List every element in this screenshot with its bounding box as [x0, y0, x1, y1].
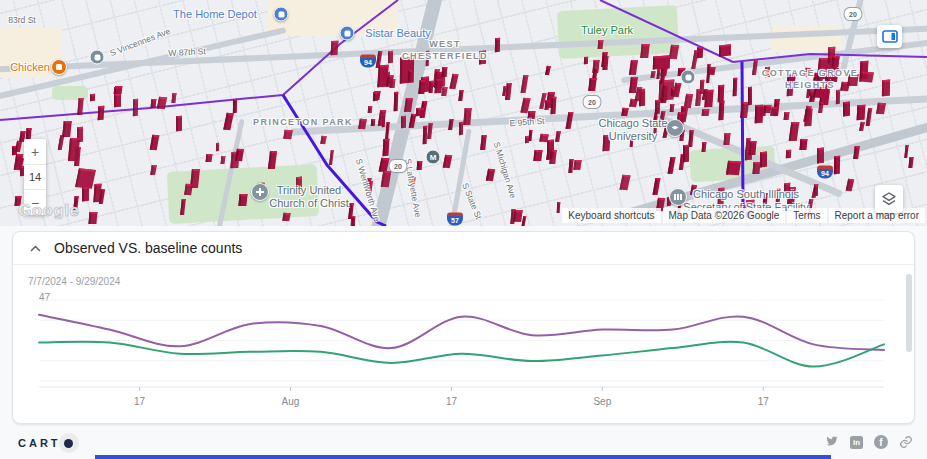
split-view-button[interactable] — [877, 25, 902, 48]
poi-label[interactable]: Tuley Park — [581, 24, 633, 37]
poi-label[interactable]: Trinity UnitedChurch of Christ — [269, 184, 348, 209]
series-line-baseline — [39, 342, 884, 367]
x-tick-label: Sep — [593, 396, 611, 407]
poi-label[interactable]: Chicken — [10, 61, 50, 74]
carto-logo-letters: CART — [18, 437, 61, 449]
x-tick-label: Aug — [282, 396, 300, 407]
x-tick-label: 17 — [134, 396, 146, 407]
facebook-icon[interactable]: f — [874, 435, 888, 449]
series-line-observed — [39, 315, 884, 350]
circle-cross-icon[interactable] — [251, 183, 269, 201]
widget-header: Observed VS. baseline counts — [13, 232, 914, 265]
poi-label[interactable]: The Home Depot — [173, 8, 257, 21]
social-links: in f — [825, 435, 913, 449]
poi-label[interactable]: Chicago StateUniversity — [598, 117, 667, 142]
carto-logo-o — [59, 433, 79, 453]
chart-date-range: 7/7/2024 - 9/29/2024 — [28, 276, 120, 287]
map-park-area — [52, 86, 88, 100]
zoom-in-button[interactable]: + — [24, 139, 46, 164]
poi-glyph — [56, 64, 62, 70]
poi-label[interactable]: Sistar Beauty — [365, 27, 430, 40]
map-attribution: Keyboard shortcutsMap Data ©2026 GoogleT… — [562, 208, 925, 223]
pin-food-icon[interactable] — [51, 59, 67, 75]
widget-title: Observed VS. baseline counts — [54, 240, 242, 256]
split-panel-icon — [882, 30, 898, 43]
poi-glyph — [674, 194, 682, 200]
twitter-icon[interactable] — [825, 436, 839, 448]
x-tick-label: 17 — [446, 396, 458, 407]
chart-y-max-label: 47 — [39, 292, 50, 303]
attribution-link[interactable]: Keyboard shortcuts — [562, 208, 660, 223]
poi-glyph — [344, 30, 350, 36]
widget-card-observed-vs-baseline: Observed VS. baseline counts 7/7/2024 - … — [12, 231, 915, 424]
pin-blue-icon[interactable] — [340, 26, 355, 41]
circle-bars-icon[interactable] — [669, 188, 687, 206]
poi-glyph — [672, 126, 679, 131]
card-scrollbar-thumb[interactable] — [906, 274, 912, 352]
collapse-button[interactable] — [30, 245, 41, 252]
layers-button[interactable] — [875, 185, 903, 213]
zoom-level: 14 — [24, 164, 46, 190]
share-link-icon[interactable] — [899, 435, 913, 449]
pin-blue-icon[interactable] — [274, 7, 289, 22]
x-tick-label: 17 — [758, 396, 770, 407]
google-logo[interactable]: Google — [18, 201, 80, 221]
bottom-progress-bar — [95, 455, 831, 459]
app: 83rd StS Vincennes AveW 87th StE 95th St… — [0, 0, 927, 459]
linkedin-icon[interactable]: in — [850, 436, 863, 449]
attribution-link[interactable]: Terms — [787, 208, 826, 223]
circle-cap-icon[interactable] — [666, 119, 684, 137]
layers-icon — [881, 191, 897, 207]
poi-glyph — [256, 191, 264, 193]
attribution-text: Map Data ©2026 Google — [663, 208, 786, 223]
chevron-up-icon — [30, 245, 41, 252]
carto-logo[interactable]: CART — [18, 433, 79, 453]
poi-glyph — [278, 11, 284, 17]
map-canvas[interactable]: 83rd StS Vincennes AveW 87th StE 95th St… — [0, 0, 927, 226]
